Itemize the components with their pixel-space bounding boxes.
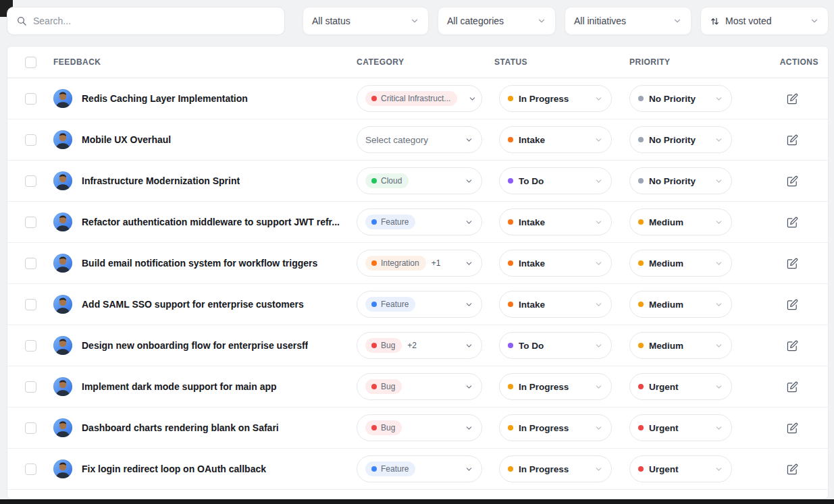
status-select[interactable]: Intake: [499, 126, 612, 153]
chevron-down-icon: [714, 341, 723, 350]
edit-button[interactable]: [785, 421, 800, 435]
table-row: Implement dark mode support for main app…: [7, 366, 828, 408]
search-box[interactable]: [7, 7, 285, 35]
edit-icon: [787, 134, 798, 146]
row-checkbox[interactable]: [25, 299, 36, 310]
status-select[interactable]: To Do: [499, 167, 612, 194]
column-header-actions: ACTIONS: [755, 57, 829, 67]
avatar: [53, 377, 72, 396]
row-checkbox[interactable]: [25, 175, 36, 187]
feedback-title: Dashboard charts rendering blank on Safa…: [82, 422, 279, 433]
category-select[interactable]: Bug: [357, 373, 482, 400]
edit-button[interactable]: [785, 339, 800, 353]
priority-select[interactable]: Medium: [629, 208, 732, 235]
edit-button[interactable]: [785, 256, 800, 271]
avatar: [53, 295, 72, 314]
sort-arrows-icon: [710, 16, 720, 26]
edit-icon: [787, 175, 798, 187]
search-input[interactable]: [33, 16, 276, 26]
edit-button[interactable]: [785, 133, 800, 147]
priority-dot: [638, 384, 644, 389]
table-row: Dashboard charts rendering blank on Safa…: [7, 408, 828, 449]
status-label: Intake: [519, 135, 545, 145]
category-select[interactable]: Integration +1: [357, 250, 482, 277]
chevron-down-icon: [594, 341, 603, 350]
status-select[interactable]: In Progress: [499, 373, 612, 400]
edit-button[interactable]: [785, 215, 800, 229]
status-select[interactable]: In Progress: [499, 85, 612, 112]
status-select[interactable]: In Progress: [499, 414, 612, 441]
edit-button[interactable]: [785, 92, 800, 106]
feedback-title: Add SAML SSO support for enterprise cust…: [82, 299, 304, 310]
category-label: Feature: [381, 464, 409, 474]
chevron-down-icon: [465, 341, 473, 350]
avatar: [53, 130, 72, 149]
status-label: In Progress: [519, 464, 569, 474]
initiative-filter-dropdown[interactable]: All initiatives: [565, 7, 692, 35]
category-select[interactable]: Select category: [357, 126, 482, 153]
category-select[interactable]: Critical Infrastruct...: [357, 85, 482, 112]
priority-label: No Priority: [649, 94, 696, 104]
row-checkbox[interactable]: [25, 422, 36, 434]
edit-button[interactable]: [785, 298, 800, 312]
avatar: [53, 89, 72, 108]
priority-select[interactable]: No Priority: [629, 167, 732, 194]
priority-select[interactable]: Medium: [629, 291, 732, 318]
chevron-down-icon: [594, 259, 603, 268]
chevron-down-icon: [594, 465, 603, 474]
edit-button[interactable]: [785, 174, 800, 188]
priority-select[interactable]: Urgent: [629, 373, 732, 400]
category-dot: [371, 343, 377, 348]
row-checkbox[interactable]: [25, 134, 36, 146]
status-dot: [508, 96, 513, 101]
status-label: To Do: [519, 176, 544, 186]
row-checkbox[interactable]: [25, 258, 36, 269]
category-extra-count: +2: [407, 341, 417, 350]
priority-select[interactable]: Medium: [629, 250, 732, 277]
category-select[interactable]: Bug: [357, 414, 482, 441]
status-select[interactable]: Intake: [499, 291, 612, 318]
row-checkbox[interactable]: [25, 464, 36, 475]
priority-label: Medium: [649, 341, 683, 351]
status-dot: [508, 425, 513, 430]
row-checkbox[interactable]: [25, 93, 36, 105]
sort-dropdown[interactable]: Most voted: [700, 7, 829, 35]
category-select[interactable]: Feature: [357, 455, 482, 482]
category-select[interactable]: Cloud: [357, 167, 482, 194]
chevron-down-icon: [714, 465, 723, 474]
priority-dot: [638, 466, 644, 472]
row-checkbox[interactable]: [25, 381, 36, 393]
priority-select[interactable]: Urgent: [629, 414, 732, 441]
status-dot: [508, 260, 513, 266]
avatar: [53, 418, 72, 437]
table-row: Fix login redirect loop on OAuth callbac…: [7, 449, 828, 490]
chevron-down-icon: [465, 424, 473, 432]
status-select[interactable]: To Do: [499, 332, 612, 359]
priority-select[interactable]: Urgent: [629, 455, 732, 482]
priority-select[interactable]: Medium: [629, 332, 732, 359]
status-dot: [508, 219, 513, 225]
status-select[interactable]: Intake: [499, 250, 612, 277]
category-label: Feature: [381, 300, 409, 309]
category-select[interactable]: Bug +2: [357, 332, 482, 359]
table-row: Mobile UX Overhaul Select category Intak…: [7, 119, 828, 161]
category-filter-dropdown[interactable]: All categories: [438, 7, 556, 35]
category-select[interactable]: Feature: [357, 208, 482, 235]
status-label: Intake: [519, 258, 545, 269]
status-select[interactable]: Intake: [499, 208, 612, 235]
category-select[interactable]: Feature: [357, 291, 482, 318]
edit-button[interactable]: [785, 462, 800, 476]
category-label: Bug: [381, 341, 395, 350]
status-filter-dropdown[interactable]: All status: [303, 7, 429, 35]
chevron-down-icon: [465, 300, 473, 309]
priority-select[interactable]: No Priority: [629, 85, 732, 112]
table-row: Infrastructure Modernization Sprint Clou…: [7, 161, 828, 202]
priority-select[interactable]: No Priority: [629, 126, 732, 153]
select-all-checkbox[interactable]: [25, 57, 36, 68]
row-checkbox[interactable]: [25, 217, 36, 228]
row-checkbox[interactable]: [25, 340, 36, 352]
status-select[interactable]: In Progress: [499, 455, 612, 482]
status-dot: [508, 384, 513, 389]
edit-button[interactable]: [785, 380, 800, 394]
category-badge: Integration: [365, 256, 426, 271]
